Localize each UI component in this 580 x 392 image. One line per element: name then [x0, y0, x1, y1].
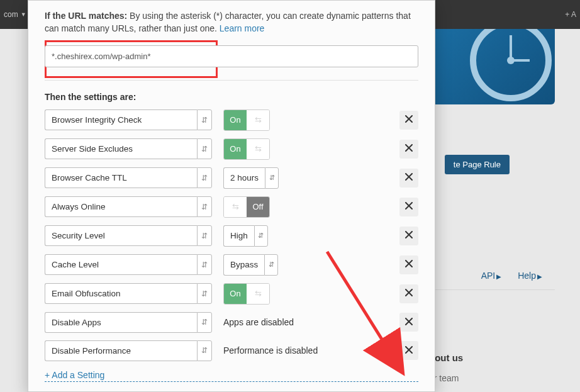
remove-setting-button[interactable] [399, 313, 418, 332]
sort-arrows-icon [197, 109, 212, 130]
setting-value: High [223, 225, 268, 247]
sort-arrows-icon [197, 340, 212, 361]
close-icon [405, 231, 413, 240]
close-icon [405, 173, 413, 182]
setting-row: Cache LevelBypass [45, 254, 418, 276]
remove-setting-button[interactable] [399, 255, 418, 274]
sort-arrows-icon [197, 225, 212, 246]
setting-value: On⇆ [223, 138, 270, 160]
section-divider [45, 80, 418, 81]
setting-select-label: Disable Performance [45, 340, 197, 361]
setting-row: Email ObfuscationOn⇆ [45, 283, 418, 305]
sort-arrows-icon [265, 167, 279, 189]
setting-value: Bypass [223, 254, 278, 276]
close-icon [405, 346, 413, 356]
remove-setting-button[interactable] [399, 341, 418, 360]
setting-select[interactable]: Cache Level [45, 254, 212, 275]
toggle-off[interactable]: Off [247, 197, 269, 217]
close-icon [405, 144, 413, 154]
sort-arrows-icon [197, 167, 212, 188]
value-select[interactable]: High [223, 225, 268, 247]
setting-select[interactable]: Disable Apps [45, 312, 212, 333]
value-select[interactable]: 2 hours [223, 167, 279, 189]
toggle-off[interactable]: ⇆ [247, 284, 269, 304]
bg-about-section: bout us ur team areers [429, 349, 542, 392]
setting-row: Security LevelHigh [45, 225, 418, 247]
setting-static-text: Performance is disabled [223, 345, 318, 356]
setting-value: On⇆ [223, 109, 270, 131]
setting-row: Disable PerformancePerformance is disabl… [45, 340, 418, 361]
setting-select[interactable]: Always Online [45, 196, 212, 217]
close-icon [405, 115, 413, 125]
value-select-label: 2 hours [223, 167, 265, 189]
setting-row: Browser Cache TTL2 hours [45, 167, 418, 189]
setting-select-label: Browser Cache TTL [45, 167, 197, 188]
modal-footer: Cancel Save as Draft Save and Deploy [45, 382, 418, 392]
setting-row: Disable AppsApps are disabled [45, 312, 418, 333]
close-icon [405, 260, 413, 269]
setting-value: On⇆ [223, 283, 270, 305]
setting-select-label: Browser Integrity Check [45, 109, 197, 130]
toggle-on[interactable]: ⇆ [224, 197, 247, 217]
setting-select[interactable]: Disable Performance [45, 340, 212, 361]
value-select[interactable]: Bypass [223, 254, 278, 276]
setting-select-label: Security Level [45, 225, 197, 246]
toggle-off[interactable]: ⇆ [247, 110, 269, 130]
setting-row: Browser Integrity CheckOn⇆ [45, 109, 418, 131]
add-setting-link[interactable]: + Add a Setting [45, 370, 418, 382]
sort-arrows-icon [197, 283, 212, 304]
setting-row: Server Side ExcludesOn⇆ [45, 138, 418, 160]
about-heading: bout us [429, 349, 542, 367]
close-icon [405, 318, 413, 327]
bg-add-button[interactable]: + A [565, 10, 576, 19]
dropdown-caret-icon: ▼ [21, 11, 26, 18]
setting-value: Apps are disabled [223, 317, 294, 327]
setting-select-label: Email Obfuscation [45, 283, 197, 304]
value-select-label: High [223, 225, 254, 247]
help-link[interactable]: Help▶ [518, 271, 542, 281]
remove-setting-button[interactable] [399, 140, 418, 159]
setting-select[interactable]: Browser Integrity Check [45, 109, 212, 130]
remove-setting-button[interactable] [399, 111, 418, 130]
create-page-rule-button[interactable]: te Page Rule [445, 155, 510, 174]
remove-setting-button[interactable] [399, 284, 418, 303]
api-link[interactable]: API▶ [481, 271, 502, 281]
toggle-on[interactable]: On [224, 139, 247, 159]
toggle-on[interactable]: On [224, 110, 247, 130]
close-icon [405, 289, 413, 298]
value-select-label: Bypass [223, 254, 264, 276]
setting-select[interactable]: Security Level [45, 225, 212, 246]
toggle[interactable]: On⇆ [223, 138, 270, 160]
bg-links: API▶ Help▶ [481, 271, 542, 281]
setting-select[interactable]: Email Obfuscation [45, 283, 212, 304]
setting-select-label: Server Side Excludes [45, 138, 197, 159]
remove-setting-button[interactable] [399, 227, 418, 245]
bg-divider [429, 289, 555, 290]
sort-arrows-icon [254, 225, 268, 247]
toggle-off[interactable]: ⇆ [247, 139, 269, 159]
about-careers-link[interactable]: areers [429, 386, 542, 392]
about-team-link[interactable]: ur team [429, 370, 542, 387]
remove-setting-button[interactable] [399, 198, 418, 216]
url-pattern-input[interactable] [45, 45, 418, 67]
url-match-label: If the URL matches: [45, 11, 127, 21]
setting-select[interactable]: Browser Cache TTL [45, 167, 212, 188]
svg-rect-2 [510, 35, 512, 60]
remove-setting-button[interactable] [399, 169, 418, 188]
sort-arrows-icon [197, 254, 212, 275]
learn-more-link[interactable]: Learn more [220, 23, 265, 33]
toggle-on[interactable]: On [224, 284, 247, 304]
setting-select[interactable]: Server Side Excludes [45, 138, 212, 159]
url-match-description: If the URL matches: By using the asteris… [45, 9, 418, 35]
setting-select-label: Disable Apps [45, 312, 197, 333]
bg-domain-crumb[interactable]: com [4, 10, 18, 19]
toggle[interactable]: On⇆ [223, 109, 270, 131]
close-icon [405, 202, 413, 211]
setting-value: Performance is disabled [223, 345, 318, 356]
toggle[interactable]: ⇆Off [223, 196, 270, 218]
svg-rect-3 [511, 59, 530, 62]
toggle[interactable]: On⇆ [223, 283, 270, 305]
page-rule-modal: If the URL matches: By using the asteris… [28, 0, 435, 392]
setting-select-label: Always Online [45, 196, 197, 217]
setting-static-text: Apps are disabled [223, 317, 294, 327]
